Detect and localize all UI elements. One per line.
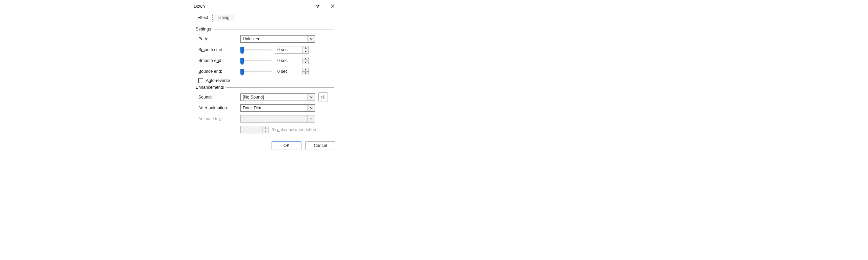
auto-reverse-label: Auto-reverse [206, 78, 230, 83]
path-combo-value: Unlocked [241, 36, 308, 42]
cancel-button-label: Cancel [314, 143, 327, 148]
spinner-buttons [302, 57, 309, 64]
spinner-buttons [302, 46, 309, 53]
close-icon [331, 4, 335, 8]
tab-timing[interactable]: Timing [213, 14, 234, 21]
row-animate-text: Animate text: [196, 114, 334, 124]
help-button[interactable]: ? [310, 1, 325, 11]
chevron-down-icon [264, 131, 267, 132]
sound-label: Sound: [196, 95, 240, 100]
group-settings-header: Settings [196, 27, 334, 31]
smooth-end-label: Smooth end: [196, 58, 240, 63]
smooth-end-value: 0 sec [275, 57, 302, 64]
sound-volume-button[interactable] [318, 92, 328, 102]
svg-marker-3 [304, 51, 307, 52]
smooth-start-slider[interactable] [240, 46, 272, 53]
speaker-icon [321, 95, 326, 100]
animate-text-label: Animate text: [196, 116, 240, 121]
after-animation-combo-button[interactable] [308, 105, 315, 111]
sound-combo[interactable]: [No Sound] [240, 93, 315, 101]
svg-marker-10 [264, 131, 267, 132]
smooth-start-spinner[interactable]: 0 sec [275, 46, 309, 53]
cancel-button[interactable]: Cancel [305, 141, 335, 150]
path-label-accel: h [205, 37, 207, 41]
path-combo-button[interactable] [308, 36, 315, 42]
smooth-end-label-part2: d: [219, 58, 222, 63]
group-settings-label: Settings [196, 27, 211, 31]
after-animation-combo[interactable]: Don't Dim [240, 104, 315, 112]
delay-between-letters-label: % delay between letters [272, 127, 317, 132]
svg-marker-6 [304, 69, 307, 70]
chevron-down-icon [310, 107, 313, 109]
sound-combo-value: [No Sound] [241, 94, 308, 101]
row-bounce-end: Bounce end: 0 sec [196, 67, 334, 76]
spinner-up-button[interactable] [302, 57, 309, 61]
spinner-down-button[interactable] [302, 72, 309, 75]
delay-label-part: % [272, 127, 277, 132]
animate-text-combo-value [241, 115, 308, 122]
titlebar: Down ? [190, 0, 340, 12]
slider-thumb[interactable] [240, 47, 244, 52]
group-settings-rule [214, 29, 334, 29]
tab-timing-label: Timing [217, 15, 230, 20]
tabstrip: Effect Timing [190, 12, 340, 21]
slider-thumb[interactable] [240, 69, 244, 74]
delay-label-accel: d [277, 127, 280, 132]
path-label-part2: : [207, 37, 208, 41]
bounce-end-value: 0 sec [275, 68, 302, 75]
close-button[interactable] [325, 1, 340, 11]
auto-reverse-checkbox[interactable]: Auto-reverse [196, 78, 334, 83]
path-combo[interactable]: Unlocked [240, 35, 315, 43]
chevron-up-icon [304, 58, 307, 60]
row-smooth-end: Smooth end: 0 sec [196, 56, 334, 65]
delay-between-letters-value [241, 126, 262, 133]
chevron-down-icon [310, 96, 313, 98]
smooth-end-slider[interactable] [240, 57, 272, 64]
slider-track [242, 49, 272, 50]
row-path: Path: Unlocked [196, 34, 334, 44]
slider-track [242, 60, 272, 61]
sound-label-part: ound: [201, 95, 212, 100]
spinner-down-button [262, 130, 269, 133]
chevron-up-icon [264, 127, 267, 129]
chevron-down-icon [310, 118, 313, 120]
svg-marker-2 [304, 47, 307, 49]
row-after-animation: After animation: Don't Dim [196, 103, 334, 113]
smooth-start-value: 0 sec [275, 46, 302, 53]
spinner-up-button [262, 126, 269, 130]
chevron-up-icon [304, 47, 307, 49]
bounce-end-slider[interactable] [240, 68, 272, 75]
chevron-down-icon [304, 51, 307, 52]
spinner-up-button[interactable] [302, 68, 309, 72]
spinner-up-button[interactable] [302, 46, 309, 50]
bounce-end-spinner[interactable]: 0 sec [275, 68, 309, 75]
chevron-down-icon [304, 62, 307, 63]
tab-content: Settings Path: Unlocked Smooth start: [190, 21, 340, 138]
svg-marker-4 [304, 58, 307, 60]
spinner-buttons [302, 68, 309, 75]
slider-thumb[interactable] [240, 58, 244, 63]
bounce-end-label: Bounce end: [196, 69, 240, 74]
tab-effect-label: Effect [197, 15, 208, 20]
animation-effect-dialog: Down ? Effect Timing Settings Path: [189, 0, 340, 154]
animate-text-label-part: Animate te [198, 116, 219, 121]
row-smooth-start: Smooth start: 0 sec [196, 45, 334, 55]
spinner-buttons [262, 126, 269, 133]
ok-button[interactable]: OK [272, 141, 301, 150]
animate-text-label-part2: t: [221, 116, 223, 121]
smooth-end-label-part: Smooth e [198, 58, 217, 63]
svg-marker-8 [321, 95, 323, 99]
delay-label-part2: elay between letters [280, 127, 317, 132]
smooth-start-label-part2: ooth start: [205, 47, 224, 52]
smooth-end-spinner[interactable]: 0 sec [275, 57, 309, 64]
spinner-down-button[interactable] [302, 50, 309, 53]
sound-combo-button[interactable] [308, 94, 315, 101]
after-animation-combo-value: Don't Dim [241, 105, 308, 111]
tab-effect[interactable]: Effect [193, 14, 213, 22]
animate-text-combo-button [308, 115, 315, 122]
spinner-down-button[interactable] [302, 61, 309, 64]
checkbox-box [198, 78, 203, 83]
auto-reverse-label-part2: to-reverse [211, 78, 230, 83]
svg-marker-9 [264, 127, 267, 129]
after-animation-label-part: fter animation: [201, 106, 228, 110]
